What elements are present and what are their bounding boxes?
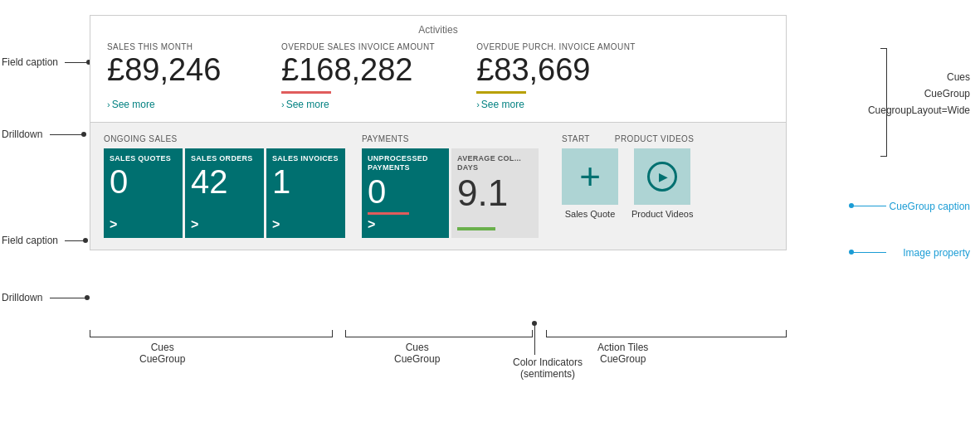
field-caption-annotation-top: Field caption (2, 56, 58, 68)
tile-value-orders: 42 (191, 165, 258, 216)
tile-sales-quotes[interactable]: SALES QUOTES 0 > (104, 148, 183, 238)
image-property-dot (849, 250, 854, 255)
tile-drilldown-quotes: > (110, 217, 177, 232)
drilldown-text-3: See more (481, 99, 524, 110)
sales-quote-icon-box: + (562, 148, 618, 205)
action-tile-product-videos[interactable]: ▶ Product Videos (631, 148, 693, 219)
ongoing-sales-caption: ONGOING SALES (104, 134, 345, 143)
action-bracket-line-right (786, 330, 787, 337)
cue-overdue-purch: OVERDUE PURCH. INVOICE AMOUNT £83,669 › … (476, 42, 636, 110)
tile-sales-invoices[interactable]: SALES INVOICES 1 > (266, 148, 345, 238)
drilldown-dot-top (81, 132, 86, 137)
payments-group: PAYMENTS UNPROCESSED PAYMENTS 0 > AVERAG… (362, 134, 539, 238)
product-videos-caption: PRODUCT VIDEOS (615, 134, 694, 143)
cue-caption-2: OVERDUE SALES INVOICE AMOUNT (281, 42, 435, 51)
plus-icon: + (579, 158, 601, 195)
cue-group-label-right: CueGroup (924, 88, 970, 99)
tile-drilldown-orders: > (191, 217, 258, 232)
payments-caption: PAYMENTS (362, 134, 539, 143)
ongoing-bracket-line-left (90, 330, 90, 337)
color-indicator-line-up (534, 323, 535, 355)
cue-indicator-2 (281, 91, 331, 94)
tile-value-unprocessed: 0 (368, 175, 443, 212)
drilldown-annotation-bottom: Drilldown (2, 292, 42, 303)
tile-drilldown-unprocessed: > (368, 217, 443, 232)
cue-indicator-1 (107, 91, 157, 94)
drilldown-line-bottom (50, 298, 86, 298)
tile-unprocessed[interactable]: UNPROCESSED PAYMENTS 0 > (362, 148, 449, 238)
cue-drilldown-3[interactable]: › See more (476, 99, 636, 110)
cue-group-caption-dot (849, 203, 854, 208)
field-caption-label-bottom: Field caption (2, 235, 58, 246)
ui-panel: Activities SALES THIS MONTH £89,246 › Se… (90, 15, 787, 250)
tile-caption-unprocessed: UNPROCESSED PAYMENTS (368, 154, 443, 173)
drilldown-text-1: See more (112, 99, 155, 110)
tile-avg-collection[interactable]: AVERAGE COL... DAYS 9.1 (451, 148, 539, 238)
drilldown-text-2: See more (286, 99, 329, 110)
tile-caption-quotes: SALES QUOTES (110, 154, 177, 164)
field-caption-dot-bottom (83, 238, 88, 243)
activities-cues-row: SALES THIS MONTH £89,246 › See more OVER… (107, 42, 769, 110)
cue-sales-month: SALES THIS MONTH £89,246 › See more (107, 42, 240, 110)
cue-value-1: £89,246 (107, 53, 240, 88)
cue-indicator-3 (476, 91, 526, 94)
chevron-1: › (107, 99, 110, 109)
chevron-3: › (476, 99, 480, 109)
image-property-annotation: Image property (903, 247, 970, 259)
activities-section: Activities SALES THIS MONTH £89,246 › Se… (90, 15, 787, 123)
cue-drilldown-1[interactable]: › See more (107, 99, 240, 110)
cue-value-2: £168,282 (281, 53, 435, 88)
tile-value-quotes: 0 (110, 165, 177, 216)
cue-value-3: £83,669 (476, 53, 636, 88)
cue-group-caption-label: CueGroup caption (890, 201, 970, 212)
activities-title: Activities (107, 24, 769, 36)
tile-caption-avg: AVERAGE COL... DAYS (457, 154, 533, 173)
cue-group-caption-annotation: CueGroup caption (890, 201, 970, 212)
tile-indicator-unprocessed (368, 212, 409, 215)
field-caption-line-bottom (65, 240, 85, 241)
color-indicator-dot (532, 321, 537, 326)
cue-drilldown-2[interactable]: › See more (281, 99, 435, 110)
ongoing-bracket-line-right (332, 330, 333, 337)
image-property-label: Image property (903, 247, 970, 259)
play-icon: ▶ (647, 162, 677, 192)
bottom-row: ONGOING SALES SALES QUOTES 0 > SALES ORD… (90, 123, 787, 250)
color-indicators-label: Color Indicators (513, 357, 583, 368)
chevron-2: › (281, 99, 285, 109)
tile-sales-orders[interactable]: SALES ORDERS 42 > (185, 148, 264, 238)
cue-overdue-sales: OVERDUE SALES INVOICE AMOUNT £168,282 › … (281, 42, 435, 110)
cue-group-layout-right: CuegroupLayout=Wide (868, 104, 970, 116)
action-bracket-line-left (546, 330, 547, 337)
field-caption-label-top: Field caption (2, 56, 58, 68)
drilldown-label-top: Drilldown (2, 129, 42, 140)
action-bracket-label: Action Tiles CueGroup (597, 342, 648, 365)
cue-caption-3: OVERDUE PURCH. INVOICE AMOUNT (476, 42, 636, 51)
action-group-labels-row: START PRODUCT VIDEOS (562, 134, 694, 143)
drilldown-dot-bottom (85, 295, 90, 300)
sales-quote-label: Sales Quote (565, 209, 616, 219)
tile-value-avg: 9.1 (457, 175, 533, 227)
action-tiles-group: START PRODUCT VIDEOS + Sales Quote ▶ (562, 134, 694, 219)
ongoing-cues-label: Cues (139, 342, 185, 353)
ongoing-cue-group-label: CueGroup (139, 353, 185, 365)
product-videos-icon-box: ▶ (634, 148, 690, 205)
action-tile-sales-quote[interactable]: + Sales Quote (562, 148, 618, 219)
tile-caption-orders: SALES ORDERS (191, 154, 258, 164)
color-sentiments-label: (sentiments) (513, 368, 583, 380)
tile-drilldown-invoices: > (272, 217, 339, 232)
drilldown-label-bottom: Drilldown (2, 292, 42, 303)
field-caption-line-top (65, 62, 88, 63)
payments-cues-label: Cues (394, 342, 440, 353)
payments-tiles: UNPROCESSED PAYMENTS 0 > AVERAGE COL... … (362, 148, 539, 238)
payments-cue-group-label: CueGroup (394, 353, 440, 365)
play-triangle: ▶ (659, 170, 668, 183)
payments-bracket-line-bottom (345, 337, 533, 337)
cue-group-caption-line (853, 206, 886, 206)
payments-bracket-line-right (532, 330, 533, 337)
payments-bracket-label: Cues CueGroup (394, 342, 440, 365)
product-videos-label: Product Videos (631, 209, 693, 219)
ongoing-sales-tiles: SALES QUOTES 0 > SALES ORDERS 42 > SALES… (104, 148, 345, 238)
action-cue-group-label: CueGroup (597, 353, 648, 365)
action-tiles-row: + Sales Quote ▶ Product Videos (562, 148, 694, 219)
drilldown-annotation-top: Drilldown (2, 129, 42, 140)
